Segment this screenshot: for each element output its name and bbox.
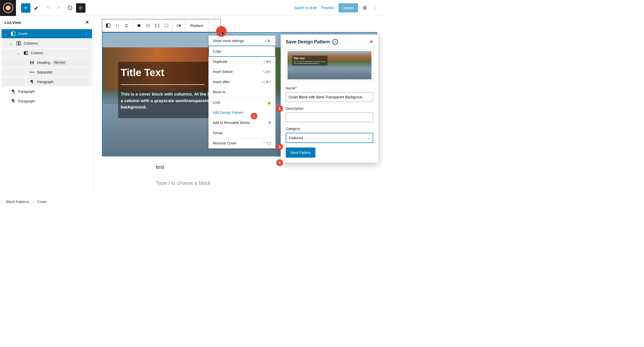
tree-item-heading[interactable]: Headingtitle-text — [2, 58, 92, 67]
annotation-3: 3 — [276, 143, 283, 150]
save-pattern-button[interactable]: Save Pattern — [286, 148, 315, 158]
menu-item-label: Remove Cover — [213, 141, 236, 145]
svg-point-15 — [118, 27, 119, 27]
chevron-down-icon: ⌄ — [367, 136, 370, 140]
tree-item-label: Heading — [37, 61, 50, 65]
svg-point-25 — [149, 27, 150, 27]
annotation-1: 1 — [251, 113, 257, 119]
full-height-icon[interactable] — [153, 21, 162, 30]
modal-info-icon[interactable]: i — [332, 39, 338, 45]
info-icon[interactable]: i — [65, 3, 75, 13]
menu-item-label: Insert after — [213, 80, 230, 84]
svg-point-10 — [116, 24, 117, 25]
block-toolbar: Replace ⋮ — [102, 19, 221, 32]
svg-rect-3 — [11, 32, 13, 36]
list-view-icon[interactable] — [76, 3, 85, 13]
menu-item-copy[interactable]: Copy — [208, 46, 276, 57]
svg-rect-16 — [138, 24, 140, 27]
settings-icon[interactable]: ⚙ — [363, 5, 367, 11]
tree-item-label: Paragraph — [37, 80, 53, 84]
tree-item-paragraph[interactable]: Paragraph — [2, 77, 92, 86]
name-input[interactable] — [286, 92, 373, 102]
block-context-menu: Show more settings⇧⌘,CopyDuplicate⇧⌘DIns… — [208, 35, 276, 149]
block-type-icon[interactable] — [104, 21, 113, 30]
breadcrumb: Block Patterns › Cover — [0, 197, 383, 206]
cover-paragraph[interactable]: This is a cover block with columns. At t… — [121, 91, 222, 111]
drag-handle-icon[interactable] — [113, 21, 122, 30]
menu-item-label: Copy — [213, 49, 221, 53]
breadcrumb-item[interactable]: Cover — [37, 200, 47, 204]
svg-rect-6 — [24, 51, 26, 54]
menu-item-show-more-settings[interactable]: Show more settings⇧⌘, — [209, 36, 275, 46]
chevron-down-icon[interactable]: ⌄ — [4, 32, 8, 36]
close-sidebar-icon[interactable]: ✕ — [85, 20, 89, 25]
svg-rect-7 — [26, 51, 28, 54]
column-icon — [23, 50, 28, 56]
more-options-icon[interactable]: ⋮ — [372, 5, 378, 11]
toggle-icon[interactable] — [174, 21, 183, 30]
align-icon[interactable] — [144, 21, 153, 30]
preview-title: Title Text — [294, 57, 326, 60]
svg-point-18 — [148, 24, 149, 25]
tree-item-paragraph[interactable]: Paragraph — [2, 87, 92, 96]
svg-point-22 — [149, 25, 150, 26]
add-block-button[interactable]: + — [21, 3, 30, 13]
switch-to-draft-link[interactable]: Switch to draft — [294, 6, 317, 10]
top-toolbar: + i Switch to draft Preview Update ⚙ ⋮ — [0, 0, 383, 16]
svg-point-19 — [149, 24, 150, 25]
menu-item-add-design-pattern[interactable]: Add Design Pattern — [209, 107, 275, 118]
menu-item-insert-before[interactable]: Insert before⌥⌘T — [209, 67, 275, 77]
move-arrows-icon[interactable] — [122, 21, 131, 30]
tree-item-label: Paragraph — [18, 99, 35, 103]
tree-item-column[interactable]: ⌄Column — [2, 48, 92, 58]
annotation-4: 4 — [276, 159, 283, 166]
replace-button[interactable]: Replace — [187, 24, 207, 28]
cover-title[interactable]: Title Text — [121, 67, 222, 78]
tree-badge: title-text — [53, 60, 66, 65]
test-paragraph[interactable]: test — [156, 164, 164, 170]
breadcrumb-item[interactable]: Block Patterns — [6, 200, 29, 204]
menu-item-label: Insert before — [213, 70, 233, 74]
content-position-icon[interactable] — [134, 21, 144, 30]
preview-link[interactable]: Preview — [321, 6, 334, 10]
category-select[interactable]: Featured ⌄ — [286, 133, 373, 143]
menu-item-lock[interactable]: Lock🔒 — [209, 97, 275, 107]
heading-icon — [29, 60, 34, 65]
menu-shortcut: ⇧⌘, — [264, 39, 271, 43]
menu-item-move-to[interactable]: Move to — [209, 87, 275, 97]
undo-icon[interactable] — [43, 3, 53, 13]
tree-item-label: Columns — [24, 41, 38, 45]
duotone-icon[interactable] — [162, 21, 171, 30]
menu-item-add-to-reusable-blocks[interactable]: Add to Reusable blocks↻ — [209, 118, 275, 128]
svg-point-28 — [179, 25, 181, 26]
menu-item-duplicate[interactable]: Duplicate⇧⌘D — [209, 57, 275, 67]
svg-point-12 — [116, 27, 117, 27]
item-options-icon[interactable]: ⋮ — [83, 32, 90, 36]
redo-icon[interactable] — [54, 3, 64, 13]
menu-item-remove-cover[interactable]: Remove Cover⌃⌥Z — [209, 138, 275, 148]
tree-item-label: Separator — [37, 70, 52, 74]
menu-item-label: Duplicate — [213, 60, 227, 64]
site-logo[interactable] — [0, 0, 16, 16]
paragraph-icon — [29, 79, 34, 84]
edit-icon[interactable] — [31, 3, 42, 13]
update-button[interactable]: Update — [338, 3, 358, 12]
menu-item-label: Move to — [213, 90, 225, 94]
chevron-down-icon[interactable]: ⌄ — [17, 51, 21, 55]
svg-rect-9 — [106, 24, 108, 28]
preview-text: This is a cover block with columns. At t… — [294, 61, 326, 64]
svg-point-11 — [116, 25, 117, 26]
menu-item-insert-after[interactable]: Insert after⌥⌘Y — [209, 77, 275, 87]
cover-separator — [121, 84, 204, 85]
tree-item-cover[interactable]: ⌄Cover⋮ — [2, 29, 92, 38]
tree-item-columns[interactable]: ⌄Columns — [2, 39, 92, 48]
pattern-preview: Title Text This is a cover block with co… — [286, 49, 373, 81]
description-input[interactable] — [286, 113, 373, 122]
block-placeholder[interactable]: Type / to choose a block — [156, 180, 211, 186]
modal-close-icon[interactable]: ✕ — [369, 39, 373, 45]
menu-shortcut: ⇧⌘D — [263, 60, 271, 64]
chevron-down-icon[interactable]: ⌄ — [10, 42, 14, 45]
menu-item-group[interactable]: Group — [209, 128, 275, 138]
tree-item-separator[interactable]: Separator — [2, 68, 92, 77]
tree-item-paragraph[interactable]: Paragraph — [2, 97, 92, 106]
